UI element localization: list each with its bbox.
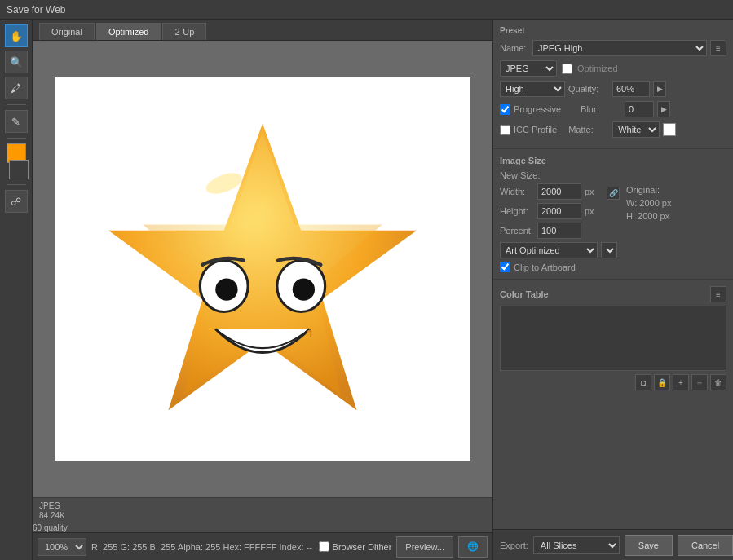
- zoom-tool[interactable]: 🔍: [5, 51, 28, 73]
- format-select[interactable]: JPEG PNG-8 PNG-24 GIF: [500, 60, 557, 77]
- original-w: W: 2000 px: [626, 198, 726, 208]
- original-h: H: 2000 px: [626, 211, 726, 221]
- eyedropper-tool[interactable]: 🖍: [5, 77, 28, 99]
- format-row: JPEG PNG-8 PNG-24 GIF Optimized: [500, 60, 726, 77]
- progressive-checkbox[interactable]: [500, 104, 510, 115]
- tab-2up[interactable]: 2-Up: [162, 23, 206, 40]
- pixel-info: R: 255 G: 255 B: 255 Alpha: 255 Hex: FFF…: [91, 542, 314, 552]
- star-image: [91, 98, 434, 440]
- bottom-bar: 100% 50% 200% R: 255 G: 255 B: 255 Alpha…: [33, 532, 492, 560]
- svg-point-4: [215, 279, 237, 301]
- clip-artboard-label[interactable]: Clip to Artboard: [514, 262, 576, 272]
- ct-map-btn[interactable]: ◘: [635, 374, 651, 390]
- width-input[interactable]: [537, 183, 581, 200]
- compression-row: High Low Medium Maximum Quality: ▶: [500, 81, 726, 97]
- optimized-label[interactable]: Optimized: [577, 64, 618, 73]
- quality-arrow[interactable]: ▶: [653, 81, 666, 97]
- color-table-section: Color Table ≡ ◘ 🔒 + ⎓ 🗑: [493, 280, 733, 529]
- resample-select[interactable]: Art Optimized Bicubic Bilinear Nearest N…: [500, 242, 598, 258]
- title-text: Save for Web: [7, 4, 65, 15]
- zoom-select[interactable]: 100% 50% 200%: [38, 538, 86, 556]
- optimized-checkbox[interactable]: [562, 64, 572, 74]
- percent-input[interactable]: [537, 223, 581, 239]
- preset-row: Name: JPEG High JPEG Low JPEG Medium ≡: [500, 40, 726, 56]
- original-label: Original:: [626, 185, 726, 195]
- canvas-area: [33, 41, 492, 497]
- preset-menu-btn[interactable]: ≡: [710, 40, 726, 56]
- quality-input[interactable]: [612, 81, 650, 97]
- tab-original[interactable]: Original: [39, 23, 95, 40]
- browser-dither-container: Browser Dither: [319, 541, 392, 552]
- tabs-bar: Original Optimized 2-Up: [33, 20, 492, 41]
- image-quality: 60 quality: [33, 523, 492, 532]
- preset-select[interactable]: JPEG High JPEG Low JPEG Medium: [532, 40, 707, 56]
- canvas-inner: [55, 77, 470, 461]
- preset-section: Preset Name: JPEG High JPEG Low JPEG Med…: [493, 20, 733, 149]
- blur-input[interactable]: [625, 101, 654, 117]
- tool-divider-2: [7, 138, 26, 139]
- blur-arrow[interactable]: ▶: [657, 101, 670, 117]
- compression-select[interactable]: High Low Medium Maximum: [500, 81, 565, 97]
- pencil-tool[interactable]: ✎: [5, 110, 28, 133]
- save-button[interactable]: Save: [625, 535, 673, 556]
- resample-arrow[interactable]: ▼: [601, 242, 617, 258]
- height-input[interactable]: [537, 203, 581, 219]
- clip-artboard-checkbox[interactable]: [500, 262, 510, 272]
- color-table-menu-btn[interactable]: ≡: [710, 286, 726, 302]
- image-size-section: Image Size New Size: Width: px Height: p…: [493, 149, 733, 280]
- browser-dither-label[interactable]: Browser Dither: [333, 542, 392, 552]
- icc-checkbox[interactable]: [500, 125, 510, 135]
- preset-name-label: Name:: [500, 43, 529, 53]
- cancel-button[interactable]: Cancel: [678, 535, 733, 556]
- blur-label: Blur:: [581, 104, 621, 114]
- color-table-header: Color Table ≡: [500, 286, 726, 302]
- bottom-action-bar: Export: All Slices Selected Slices Save …: [493, 529, 733, 560]
- hand-tool[interactable]: ✋: [5, 24, 28, 47]
- tab-optimized[interactable]: Optimized: [96, 23, 161, 40]
- color-table-title: Color Table: [500, 289, 549, 299]
- ct-lock-btn[interactable]: 🔒: [654, 374, 670, 390]
- icc-row: ICC Profile Matte: White Black None: [500, 121, 726, 138]
- left-toolbar: ✋ 🔍 🖍 ✎ ☍: [0, 20, 33, 560]
- matte-swatch: [663, 123, 676, 136]
- ct-delete-btn[interactable]: 🗑: [710, 374, 726, 390]
- preview-button[interactable]: Preview...: [396, 536, 453, 558]
- matte-label: Matte:: [568, 125, 609, 134]
- preset-title: Preset: [500, 26, 726, 35]
- tool-divider: [7, 104, 26, 105]
- tool-divider-3: [7, 184, 26, 185]
- color-table-toolbar: ◘ 🔒 + ⎓ 🗑: [500, 374, 726, 390]
- matte-select[interactable]: White Black None: [612, 121, 660, 138]
- image-area: Original Optimized 2-Up: [33, 20, 492, 560]
- percent-label: Percent: [500, 226, 534, 236]
- progressive-row: Progressive Blur: ▶: [500, 101, 726, 117]
- export-select[interactable]: All Slices Selected Slices: [533, 536, 620, 554]
- icc-label[interactable]: ICC Profile: [500, 125, 557, 135]
- quality-label: Quality:: [568, 84, 609, 94]
- image-info-bar: JPEG 84.24K: [33, 497, 492, 523]
- new-size-label: New Size:: [500, 170, 541, 180]
- image-size: 84.24K: [39, 511, 65, 520]
- ct-copy-btn[interactable]: ⎓: [691, 374, 708, 390]
- link-dimensions-icon[interactable]: 🔗: [607, 187, 620, 200]
- background-color[interactable]: [9, 160, 29, 179]
- browser-dither-checkbox[interactable]: [319, 541, 329, 552]
- title-bar: Save for Web: [0, 0, 733, 20]
- globe-button[interactable]: 🌐: [458, 536, 488, 558]
- export-label: Export:: [500, 540, 528, 550]
- image-size-title: Image Size: [500, 156, 726, 165]
- right-panel: Preset Name: JPEG High JPEG Low JPEG Med…: [492, 20, 733, 560]
- progressive-label[interactable]: Progressive: [500, 104, 561, 115]
- ct-add-btn[interactable]: +: [673, 374, 689, 390]
- slice-visibility-tool[interactable]: ☍: [5, 190, 28, 213]
- width-label: Width:: [500, 187, 534, 196]
- image-format: JPEG: [39, 501, 60, 510]
- height-label: Height:: [500, 206, 534, 216]
- color-table-body: [500, 306, 726, 371]
- resample-row: Art Optimized Bicubic Bilinear Nearest N…: [500, 242, 726, 258]
- svg-point-5: [293, 279, 315, 301]
- clip-row: Clip to Artboard: [500, 262, 726, 272]
